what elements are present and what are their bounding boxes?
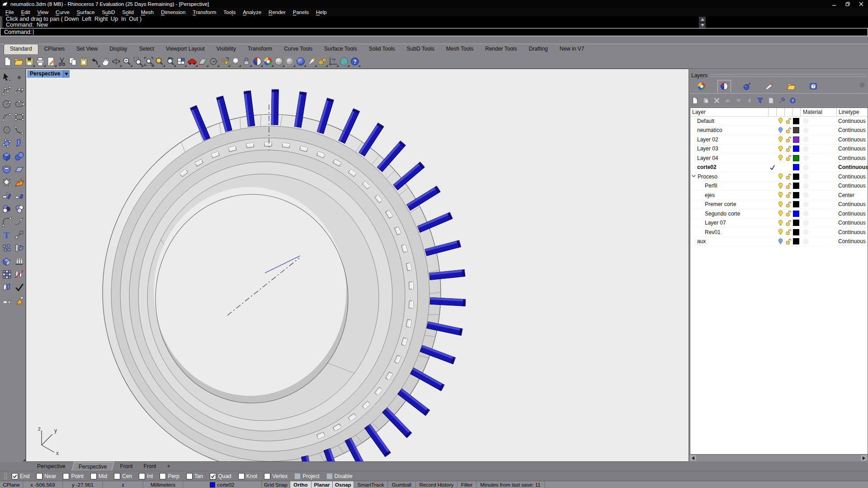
layer-material-cell[interactable] bbox=[800, 146, 836, 152]
explode-star-button[interactable] bbox=[0, 176, 12, 188]
layer-color-swatch[interactable] bbox=[793, 229, 799, 235]
web-browser-earth-button[interactable] bbox=[339, 55, 349, 67]
current-layer-cell[interactable] bbox=[768, 164, 776, 170]
blend-curve-button[interactable] bbox=[13, 124, 25, 136]
layer-material-cell[interactable] bbox=[800, 155, 836, 161]
menu-item-file[interactable]: File bbox=[2, 9, 18, 15]
layer-visibility-cell[interactable] bbox=[776, 229, 784, 235]
layer-lock-cell[interactable] bbox=[784, 136, 792, 143]
layer-linetype[interactable]: Continuous bbox=[836, 155, 868, 161]
checkbox-checked[interactable] bbox=[12, 473, 18, 479]
layer-expander[interactable] bbox=[691, 174, 696, 180]
status-gumball[interactable]: Gumball bbox=[388, 481, 416, 488]
panel-tab-paintbrush[interactable] bbox=[763, 80, 775, 92]
layer-color-swatch[interactable] bbox=[793, 201, 799, 207]
layer-lock-cell[interactable] bbox=[784, 127, 792, 134]
toolbar-tab-surface-tools[interactable]: Surface Tools bbox=[318, 44, 363, 54]
group-objects-button[interactable] bbox=[0, 242, 12, 253]
status-millimeters[interactable]: Millimeters bbox=[143, 481, 183, 488]
status-osnap[interactable]: Osnap bbox=[333, 481, 354, 488]
menu-item-help[interactable]: Help bbox=[312, 9, 330, 15]
layer-material-cell[interactable] bbox=[800, 118, 836, 124]
checkbox-unchecked[interactable] bbox=[186, 473, 193, 479]
viewport-title-menu[interactable] bbox=[63, 70, 70, 78]
status-record-history[interactable]: Record History bbox=[416, 481, 458, 488]
osnap-disable[interactable]: Disable bbox=[326, 473, 353, 479]
layer-linetype[interactable]: Continuous bbox=[836, 229, 868, 235]
status-planar[interactable]: Planar bbox=[311, 481, 333, 488]
chamfer-surface-button[interactable] bbox=[13, 189, 25, 201]
layer-row[interactable]: Segundo corteContinuous bbox=[690, 209, 868, 219]
new-viewport-tab-button[interactable]: + bbox=[161, 462, 175, 471]
osnap-grip[interactable] bbox=[5, 473, 7, 480]
layer-visibility-cell[interactable] bbox=[776, 183, 784, 189]
status-filter[interactable]: Filter bbox=[458, 481, 476, 488]
osnap-quad[interactable]: Quad bbox=[210, 473, 231, 479]
layer-lock-cell[interactable] bbox=[784, 117, 792, 124]
layer-color-cell[interactable] bbox=[792, 145, 800, 152]
undo-button[interactable] bbox=[89, 55, 100, 67]
layer-color-cell[interactable] bbox=[792, 229, 800, 235]
column-material[interactable]: Material bbox=[800, 108, 836, 116]
layer-color-swatch[interactable] bbox=[793, 183, 799, 189]
move-left-button[interactable] bbox=[745, 96, 754, 105]
solid-spheres-button[interactable] bbox=[13, 150, 25, 162]
layer-visibility-cell[interactable] bbox=[776, 136, 784, 143]
open-file-button[interactable] bbox=[13, 55, 24, 67]
layer-linetype[interactable]: Continuous bbox=[836, 145, 868, 152]
solid-box-button[interactable] bbox=[0, 150, 12, 162]
layer-name[interactable]: Default bbox=[697, 118, 714, 124]
panel-gear-icon[interactable] bbox=[859, 81, 866, 90]
layer-material-cell[interactable] bbox=[800, 164, 836, 170]
layer-material-cell[interactable] bbox=[800, 211, 836, 216]
arc-button[interactable] bbox=[0, 111, 12, 122]
menu-item-mesh[interactable]: Mesh bbox=[137, 9, 157, 15]
trim-tool-button[interactable] bbox=[13, 268, 25, 280]
layer-material-cell[interactable] bbox=[800, 136, 836, 142]
osnap-near[interactable]: Near bbox=[36, 473, 56, 479]
layer-color-cell[interactable] bbox=[792, 211, 800, 217]
object-snap-button[interactable] bbox=[219, 55, 230, 67]
status-x-506-569[interactable]: x -506.569 bbox=[23, 481, 63, 488]
boolean-difference-button[interactable] bbox=[13, 202, 25, 214]
layer-lock-cell[interactable] bbox=[784, 173, 792, 180]
command-scroll-up[interactable] bbox=[699, 17, 706, 22]
layer-name[interactable]: Proceso bbox=[698, 174, 717, 180]
extrude-surface-button[interactable] bbox=[13, 255, 25, 267]
layer-visibility-cell[interactable] bbox=[776, 201, 784, 208]
pan-hand-button[interactable] bbox=[100, 55, 111, 67]
osnap-end[interactable]: End bbox=[12, 473, 29, 479]
dimension-tools-button[interactable] bbox=[328, 55, 339, 67]
rectangle-button[interactable] bbox=[13, 111, 25, 122]
checkbox-unchecked[interactable] bbox=[63, 473, 69, 479]
layer-linetype[interactable]: Center bbox=[836, 192, 868, 198]
layer-visibility-cell[interactable] bbox=[776, 173, 784, 180]
paste-button[interactable] bbox=[78, 55, 89, 67]
command-input[interactable]: Command: bbox=[0, 28, 868, 36]
delete-layer-button[interactable] bbox=[712, 96, 721, 105]
toolbar-tab-subd-tools[interactable]: SubD Tools bbox=[401, 44, 440, 54]
array-grid-button[interactable] bbox=[0, 268, 12, 280]
options-gears-button[interactable] bbox=[317, 55, 328, 67]
viewport-title[interactable]: Perspective bbox=[27, 70, 70, 78]
checkbox-unchecked[interactable] bbox=[90, 473, 97, 479]
checkbox-unchecked[interactable] bbox=[114, 473, 120, 479]
surface-loft-button[interactable] bbox=[0, 163, 12, 175]
status-cplane[interactable]: CPlane bbox=[0, 481, 23, 488]
layer-color-cell[interactable] bbox=[792, 164, 800, 170]
tire-model-render[interactable] bbox=[26, 69, 689, 461]
layer-material-cell[interactable] bbox=[800, 174, 836, 179]
lock-button[interactable] bbox=[241, 55, 252, 67]
zoom-selected-button[interactable] bbox=[154, 55, 165, 67]
layer-linetype[interactable]: Continuous bbox=[836, 238, 868, 244]
scroll-right-icon[interactable] bbox=[861, 455, 867, 461]
layer-color-swatch[interactable] bbox=[793, 174, 799, 180]
menu-item-edit[interactable]: Edit bbox=[18, 9, 34, 15]
osnap-point[interactable]: Point bbox=[63, 473, 83, 479]
toolbar-tab-visibility[interactable]: Visibility bbox=[211, 44, 242, 54]
cut-button[interactable] bbox=[57, 55, 67, 67]
layer-lock-cell[interactable] bbox=[784, 229, 792, 235]
minimize-button[interactable] bbox=[827, 0, 841, 8]
close-button[interactable] bbox=[854, 0, 868, 8]
menu-item-solid[interactable]: Solid bbox=[118, 9, 137, 15]
